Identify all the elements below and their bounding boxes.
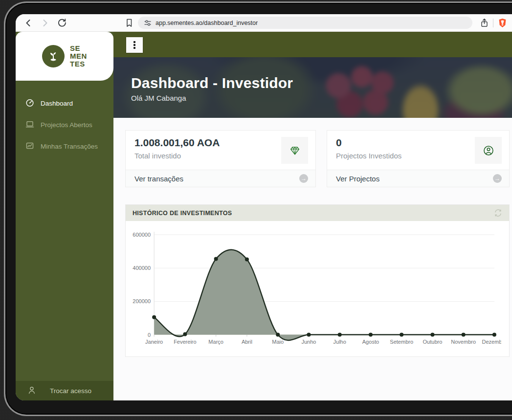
svg-text:Julho: Julho (334, 339, 346, 345)
svg-text:Agosto: Agosto (362, 339, 379, 345)
app-topbar (113, 32, 512, 57)
projects-invested-card: 0 Projectos Investidos Ver Projectos (327, 130, 510, 187)
hero-text: Dashboard - Investidor Olá JM Cabanga (113, 75, 512, 102)
sidebar-item-label: Dashboard (41, 100, 73, 107)
switch-access-label: Trocar acesso (50, 387, 91, 395)
investment-chart: 0200000400000600000JaneiroFevereiroMarço… (129, 228, 501, 354)
sidebar: SE MEN TES Dashboard (16, 32, 113, 400)
sidebar-item-minhas-transacoes[interactable]: Minhas Transações (16, 137, 113, 155)
projects-invested-label: Projectos Investidos (336, 152, 401, 160)
gauge-icon (25, 98, 34, 109)
svg-text:Fevereiro: Fevereiro (174, 339, 197, 345)
main-area: Dashboard - Investidor Olá JM Cabanga 1.… (113, 32, 512, 400)
investment-history-card: HISTÓRICO DE INVESTIMENTOS 0200000400000… (125, 204, 510, 357)
greeting-text: Olá JM Cabanga (131, 94, 512, 102)
svg-text:Novembro: Novembro (451, 339, 476, 345)
kebab-menu-button[interactable] (126, 37, 143, 53)
sidebar-item-projectos-abertos[interactable]: Projectos Abertos (16, 116, 113, 134)
url-bar[interactable]: app.sementes.ao/dashboard_investor (138, 17, 472, 29)
stat-body: 0 Projectos Investidos (327, 131, 509, 170)
user-circle-icon (475, 137, 502, 164)
svg-text:Dezembro: Dezembro (482, 339, 501, 345)
brave-shield-icon[interactable] (497, 18, 507, 28)
view-projects-link[interactable]: Ver Projectos → (327, 170, 509, 187)
gem-icon (281, 137, 308, 164)
sidebar-item-label: Minhas Transações (41, 143, 98, 150)
share-icon[interactable] (479, 18, 489, 28)
person-icon (27, 386, 36, 396)
arrow-right-icon: → (299, 174, 308, 183)
toolbar-divider (493, 19, 493, 27)
dashboard-content: 1.008.001,60 AOA Total investido Ver tra… (113, 118, 512, 357)
sidebar-item-dashboard[interactable]: Dashboard (16, 94, 113, 112)
logo-wordmark: SE MEN TES (70, 44, 87, 68)
chart-line-icon (25, 141, 34, 152)
svg-text:Maio: Maio (272, 339, 284, 345)
stat-body: 1.008.001,60 AOA Total investido (126, 131, 315, 170)
app-root: SE MEN TES Dashboard (16, 32, 512, 400)
svg-text:0: 0 (148, 332, 151, 338)
svg-text:Abril: Abril (242, 339, 252, 345)
laptop-icon (25, 120, 34, 130)
sprout-logo-icon (42, 45, 65, 67)
stat-grid: 1.008.001,60 AOA Total investido Ver tra… (125, 130, 510, 187)
browser-toolbar: app.sementes.ao/dashboard_investor (16, 14, 512, 32)
back-icon[interactable] (23, 18, 33, 28)
view-transactions-link[interactable]: Ver transações → (126, 170, 315, 187)
bookmark-icon[interactable] (124, 18, 134, 28)
desktop-background: app.sementes.ao/dashboard_investor (0, 0, 512, 420)
reload-icon[interactable] (57, 18, 67, 28)
url-text: app.sementes.ao/dashboard_investor (156, 20, 258, 26)
svg-text:400000: 400000 (133, 265, 151, 271)
svg-text:Junho: Junho (301, 339, 316, 345)
forward-icon[interactable] (40, 18, 50, 28)
site-settings-icon[interactable] (144, 19, 152, 27)
total-invested-card: 1.008.001,60 AOA Total investido Ver tra… (125, 130, 316, 187)
sidebar-item-label: Projectos Abertos (41, 121, 92, 129)
svg-text:Outubro: Outubro (423, 339, 443, 345)
svg-text:Setembro: Setembro (390, 339, 413, 345)
svg-text:Março: Março (208, 339, 223, 345)
total-invested-label: Total investido (134, 152, 220, 160)
refresh-icon[interactable] (494, 209, 502, 217)
browser-nav-group (23, 18, 67, 28)
arrow-right-icon: → (493, 174, 502, 183)
switch-access-button[interactable]: Trocar acesso (16, 381, 113, 400)
svg-text:200000: 200000 (133, 298, 151, 304)
chart-body: 0200000400000600000JaneiroFevereiroMarço… (126, 221, 509, 356)
svg-text:Janeiro: Janeiro (145, 339, 163, 345)
page-title: Dashboard - Investidor (131, 75, 512, 91)
chart-header: HISTÓRICO DE INVESTIMENTOS (126, 205, 509, 221)
logo[interactable]: SE MEN TES (16, 32, 113, 81)
sidebar-nav: Dashboard Projectos Abertos (16, 81, 113, 155)
hero-banner: Dashboard - Investidor Olá JM Cabanga (113, 57, 512, 118)
svg-text:600000: 600000 (133, 232, 151, 238)
tablet-device-frame: app.sementes.ao/dashboard_investor (4, 1, 512, 416)
projects-invested-value: 0 (336, 137, 401, 149)
screen: app.sementes.ao/dashboard_investor (16, 14, 512, 400)
total-invested-value: 1.008.001,60 AOA (134, 137, 220, 149)
chart-title: HISTÓRICO DE INVESTIMENTOS (133, 210, 232, 217)
